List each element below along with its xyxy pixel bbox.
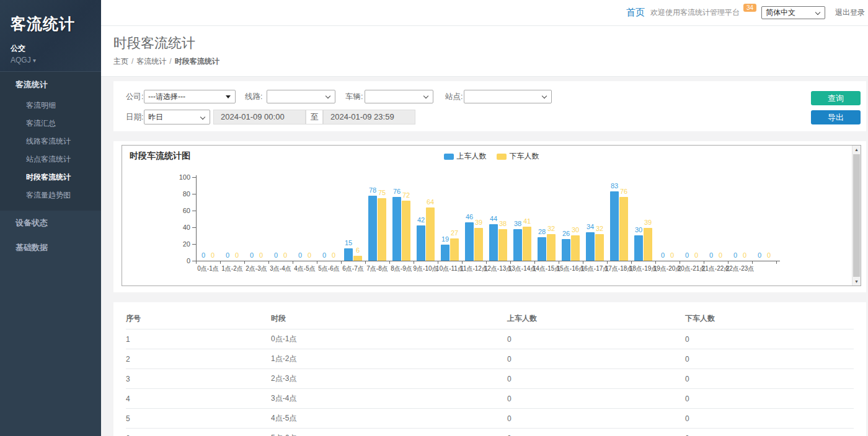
bar-alighting [402, 201, 410, 261]
language-value: 简体中文 [766, 8, 795, 17]
company-label: 公司: [126, 90, 143, 103]
x-axis-label: 0点-1点 [197, 264, 218, 273]
x-axis-label: 2点-3点 [246, 264, 267, 273]
x-axis-label: 9点-10点 [413, 264, 438, 273]
y-tick-label: 100 [172, 173, 190, 181]
company-select[interactable]: ---请选择--- [144, 90, 236, 103]
sidebar-item-passenger-stats[interactable]: 客流统计 [0, 72, 101, 97]
sidebar-subitem[interactable]: 客流量趋势图 [0, 186, 101, 204]
main-area: 首页 欢迎使用客流统计管理平台 34 简体中文 退出登录 时段客流统计 主页/客… [101, 0, 868, 436]
welcome-text: 欢迎使用客流统计管理平台 [650, 7, 740, 18]
page-heading: 时段客流统计 主页/客流统计/时段客流统计 [101, 26, 868, 77]
legend-item-alighting[interactable]: 下车人数 [497, 151, 539, 162]
user-name: AQGJ [11, 56, 31, 64]
bar-value-label: 76 [614, 188, 633, 195]
x-tick [389, 261, 390, 264]
sidebar-subitem[interactable]: 时段客流统计 [0, 168, 101, 186]
scrollbar-down-icon[interactable]: ▼ [852, 277, 861, 286]
legend-swatch-boarding [444, 154, 454, 160]
table-cell: 0 [507, 389, 685, 409]
sidebar-item[interactable]: 设备状态 [0, 211, 101, 235]
breadcrumb-home[interactable]: 主页 [113, 57, 128, 66]
line-label: 线路: [245, 90, 262, 103]
date-to-input[interactable]: 2024-01-09 23:59 [323, 110, 415, 124]
home-link[interactable]: 首页 [626, 7, 645, 19]
table-row: 43点-4点00 [126, 389, 854, 409]
x-axis-label: 3点-4点 [270, 264, 291, 273]
scrollbar-thumb[interactable] [853, 154, 860, 277]
legend-label-alighting: 下车人数 [510, 151, 539, 162]
x-tick [680, 261, 680, 264]
bar-boarding [538, 237, 546, 261]
scrollbar-up-icon[interactable]: ▲ [852, 146, 861, 154]
y-tick-label: 60 [172, 207, 190, 214]
sidebar-menu: 客流统计 客流明细客流汇总线路客流统计站点客流统计时段客流统计客流量趋势图 设备… [0, 71, 101, 260]
x-axis [196, 261, 780, 261]
chevron-down-icon [542, 94, 547, 98]
table-cell: 1 [126, 329, 271, 349]
x-axis-label: 7点-8点 [366, 264, 388, 273]
sidebar-subitem[interactable]: 线路客流统计 [0, 133, 101, 150]
breadcrumb-separator: / [169, 57, 171, 66]
logout-link[interactable]: 退出登录 [835, 7, 865, 18]
chevron-down-icon [815, 10, 820, 15]
station-select[interactable] [464, 90, 552, 103]
x-axis-label: 6点-7点 [342, 264, 363, 273]
date-preset-select[interactable]: 昨日 [144, 110, 210, 124]
x-tick [655, 261, 656, 264]
table-cell: 0 [507, 429, 685, 436]
chart-container: 时段车流统计图 上车人数 下车人数 020406080100000点-1点001… [122, 145, 861, 286]
x-axis-label: 4点-5点 [294, 264, 315, 273]
table-cell: 6 [126, 429, 271, 436]
bar-alighting [644, 228, 652, 261]
bar-boarding [610, 191, 619, 261]
sidebar-subitem[interactable]: 客流汇总 [0, 115, 101, 133]
table-cell: 0 [507, 369, 685, 389]
table-cell: 0 [685, 389, 854, 409]
language-select[interactable]: 简体中文 [761, 6, 825, 19]
query-button[interactable]: 查询 [811, 91, 861, 105]
x-tick [196, 261, 197, 264]
bar-boarding [392, 197, 401, 261]
sidebar-subitem[interactable]: 客流明细 [0, 97, 101, 115]
company-value: ---请选择--- [148, 92, 185, 101]
breadcrumb-section[interactable]: 客流统计 [136, 57, 166, 66]
x-tick [752, 261, 753, 264]
filter-panel: 公司: ---请选择--- 线路: 车辆: 站点: 日期: 昨日 2024-01… [113, 81, 866, 131]
col-header-boarding: 上车人数 [507, 308, 685, 329]
chevron-down-icon [423, 94, 428, 98]
y-tick-label: 20 [172, 240, 190, 248]
bar-value-label: 39 [639, 219, 657, 226]
date-from-input[interactable]: 2024-01-09 00:00 [213, 110, 306, 124]
bar-alighting [571, 235, 580, 261]
bar-value-label: 41 [518, 217, 536, 225]
sidebar-extra: 设备状态基础数据 [0, 211, 101, 260]
bar-alighting [378, 198, 386, 261]
bar-boarding [562, 239, 570, 261]
x-tick [486, 261, 487, 264]
sidebar-subitem[interactable]: 站点客流统计 [0, 150, 101, 168]
x-tick [534, 261, 535, 264]
y-axis [196, 175, 197, 261]
table-cell: 0 [685, 409, 854, 429]
x-tick [268, 261, 269, 264]
station-label: 站点: [445, 90, 463, 103]
sidebar-item[interactable]: 基础数据 [0, 235, 101, 260]
x-tick [317, 261, 317, 264]
export-button[interactable]: 导出 [811, 110, 861, 124]
bar-value-label: 64 [421, 198, 440, 206]
legend-item-boarding[interactable]: 上车人数 [444, 151, 487, 162]
x-axis-label: 5点-6点 [318, 264, 339, 273]
table-header-row: 序号 时段 上车人数 下车人数 [126, 308, 854, 329]
table-cell: 1点-2点 [271, 349, 507, 369]
bar-boarding [465, 222, 474, 261]
line-select[interactable] [267, 90, 335, 103]
vehicle-select[interactable] [365, 90, 433, 103]
table-row: 32点-3点00 [126, 369, 854, 389]
x-tick [607, 261, 608, 264]
chart-legend: 上车人数 下车人数 [444, 151, 539, 162]
y-tick-label: 80 [172, 190, 190, 198]
user-dropdown[interactable]: AQGJ ▾ [11, 56, 91, 64]
table-cell: 3 [126, 369, 271, 389]
stats-table: 序号 时段 上车人数 下车人数 10点-1点0021点-2点0032点-3点00… [126, 308, 854, 436]
